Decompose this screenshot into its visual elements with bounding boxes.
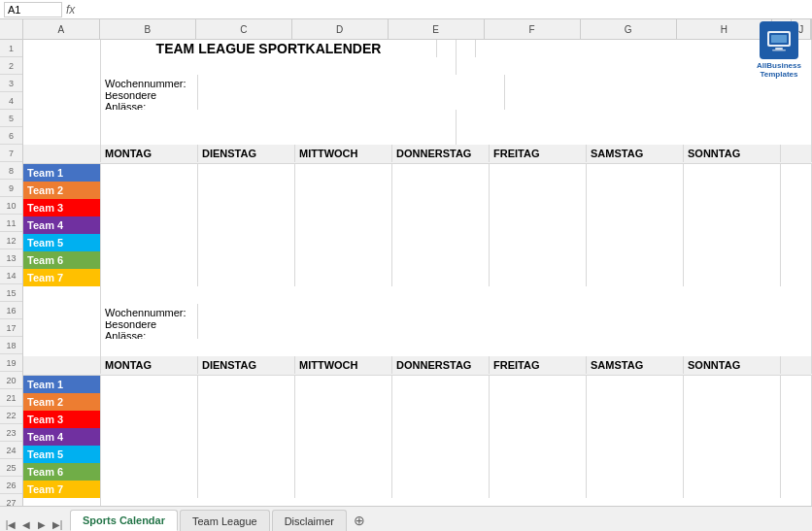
tab-add-button[interactable]: ⊕ bbox=[349, 510, 370, 531]
team7-label-2: Team 7 bbox=[23, 481, 101, 498]
team6-label-2: Team 6 bbox=[23, 463, 101, 481]
data-area: 1 2 3 4 5 6 7 8 9 10 11 12 13 14 15 16 1… bbox=[0, 40, 812, 506]
besondere-label-2: Besondere Anlässe: bbox=[101, 321, 198, 339]
team5-row-1: Team 5 bbox=[23, 234, 812, 251]
team4-row-2: Team 4 bbox=[23, 428, 812, 446]
svg-rect-4 bbox=[772, 50, 786, 51]
mittwoch-header-2: MITTWOCH bbox=[295, 356, 392, 374]
col-header-a: A bbox=[23, 19, 100, 39]
team1-row-1: Team 1 bbox=[23, 164, 812, 182]
dienstag-header-2: DIENSTAG bbox=[198, 356, 295, 374]
col-header-g: G bbox=[581, 19, 677, 39]
svg-rect-2 bbox=[771, 35, 787, 43]
tab-sports-calendar[interactable]: Sports Calendar bbox=[70, 510, 178, 531]
row-6 bbox=[23, 127, 812, 145]
row-15 bbox=[23, 286, 812, 304]
dienstag-header-1: DIENSTAG bbox=[198, 145, 295, 162]
cell-1i bbox=[437, 40, 457, 57]
mittwoch-header-1: MITTWOCH bbox=[295, 145, 392, 162]
donnerstag-header-1: DONNERSTAG bbox=[392, 145, 490, 162]
cell-1a bbox=[23, 40, 101, 57]
col-header-e: E bbox=[389, 19, 485, 39]
wochennummer-row-2: Wochennummer: bbox=[23, 304, 812, 321]
day-header-row-2: MONTAG DIENSTAG MITTWOCH DONNERSTAG FREI… bbox=[23, 356, 812, 376]
title-cell: TEAM LEAGUE SPORTKALENDER bbox=[101, 40, 437, 57]
day-header-row-1: MONTAG DIENSTAG MITTWOCH DONNERSTAG FREI… bbox=[23, 145, 812, 164]
team2-row-1: Team 2 bbox=[23, 182, 812, 199]
team2-label-1: Team 2 bbox=[23, 182, 101, 199]
freitag-header-2: FREITAG bbox=[490, 356, 587, 374]
samstag-header-2: SAMSTAG bbox=[587, 356, 684, 374]
tab-team-league[interactable]: Team League bbox=[180, 510, 270, 531]
donnerstag-header-2: DONNERSTAG bbox=[392, 356, 490, 374]
tab-prev-arrow[interactable]: ◀ bbox=[19, 517, 33, 531]
besondere-label-1: Besondere Anlässe: bbox=[101, 92, 198, 110]
team2-row-2: Team 2 bbox=[23, 393, 812, 411]
freitag-header-1: FREITAG bbox=[490, 145, 587, 162]
team4-label-1: Team 4 bbox=[23, 216, 101, 234]
col-header-f: F bbox=[485, 19, 581, 39]
logo-box bbox=[760, 21, 798, 59]
wochennummer-row-1: Wochennummer: bbox=[23, 75, 812, 92]
logo-icon bbox=[765, 26, 793, 53]
team7-row-2: Team 7 bbox=[23, 481, 812, 498]
team6-row-2: Team 6 bbox=[23, 463, 812, 481]
tab-first-arrow[interactable]: |◀ bbox=[4, 517, 17, 531]
sonntag-header-2: SONNTAG bbox=[684, 356, 781, 374]
row-2 bbox=[23, 57, 812, 75]
montag-header-2: MONTAG bbox=[101, 356, 198, 374]
tab-next-arrow[interactable]: ▶ bbox=[35, 517, 49, 531]
wochennummer-label-1: Wochennummer: bbox=[101, 75, 198, 92]
col-header-d: D bbox=[292, 19, 389, 39]
team4-row-1: Team 4 bbox=[23, 216, 812, 234]
team1-row-2: Team 1 bbox=[23, 376, 812, 393]
sonntag-header-1: SONNTAG bbox=[684, 145, 781, 162]
cell-reference[interactable] bbox=[4, 2, 62, 17]
team5-row-2: Team 5 bbox=[23, 446, 812, 463]
title-row: TEAM LEAGUE SPORTKALENDER bbox=[23, 40, 812, 57]
wochennummer-label-2: Wochennummer: bbox=[101, 304, 198, 321]
team3-label-1: Team 3 bbox=[23, 199, 101, 216]
logo-text: AllBusinessTemplates bbox=[757, 61, 801, 80]
col-header-c: C bbox=[196, 19, 292, 39]
grid-content: TEAM LEAGUE SPORTKALENDER Wochennummer: bbox=[23, 40, 812, 506]
tab-last-arrow[interactable]: ▶| bbox=[51, 517, 64, 531]
team2-label-2: Team 2 bbox=[23, 393, 101, 411]
montag-header-1: MONTAG bbox=[101, 145, 198, 162]
team7-label-1: Team 7 bbox=[23, 269, 101, 286]
sheet-tabs: |◀ ◀ ▶ ▶| Sports Calendar Team League Di… bbox=[0, 506, 812, 531]
tab-disclaimer[interactable]: Disclaimer bbox=[272, 510, 347, 531]
row-5 bbox=[23, 110, 812, 127]
samstag-header-1: SAMSTAG bbox=[587, 145, 684, 162]
team1-label-2: Team 1 bbox=[23, 376, 101, 393]
team6-label-1: Team 6 bbox=[23, 251, 101, 269]
cell-1j bbox=[457, 40, 476, 57]
besondere-row-1: Besondere Anlässe: bbox=[23, 92, 812, 110]
tab-nav-arrows: |◀ ◀ ▶ ▶| bbox=[4, 517, 64, 531]
row-27 bbox=[23, 498, 812, 506]
svg-rect-3 bbox=[775, 48, 783, 50]
team5-label-1: Team 5 bbox=[23, 234, 101, 251]
row-numbers: 1 2 3 4 5 6 7 8 9 10 11 12 13 14 15 16 1… bbox=[0, 40, 23, 506]
team5-label-2: Team 5 bbox=[23, 446, 101, 463]
team7-row-1: Team 7 bbox=[23, 269, 812, 286]
logo-container: AllBusinessTemplates bbox=[750, 21, 808, 80]
team6-row-1: Team 6 bbox=[23, 251, 812, 269]
team4-label-2: Team 4 bbox=[23, 428, 101, 446]
formula-input[interactable] bbox=[79, 2, 808, 17]
team3-row-1: Team 3 bbox=[23, 199, 812, 216]
team3-label-2: Team 3 bbox=[23, 411, 101, 428]
besondere-row-2: Besondere Anlässe: bbox=[23, 321, 812, 339]
row-18 bbox=[23, 339, 812, 356]
team3-row-2: Team 3 bbox=[23, 411, 812, 428]
col-header-b: B bbox=[100, 19, 196, 39]
team1-label-1: Team 1 bbox=[23, 164, 101, 182]
